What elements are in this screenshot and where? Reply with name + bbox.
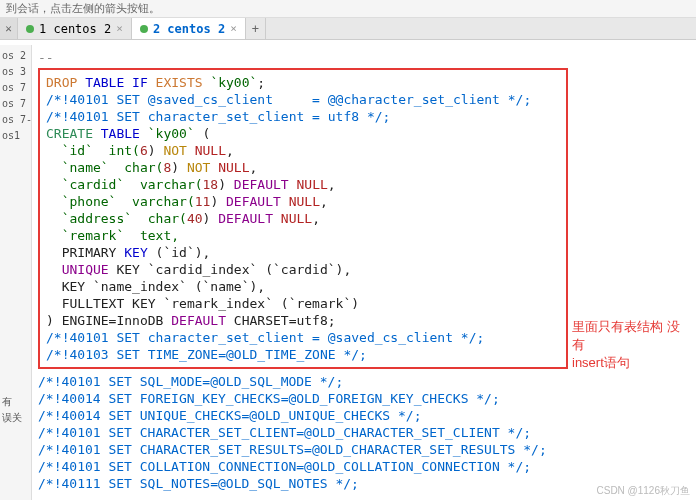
side-item[interactable]: os 7-5 bbox=[2, 112, 29, 128]
close-icon[interactable]: × bbox=[230, 22, 237, 35]
tab-bar: ✕ 1 centos 2 × 2 centos 2 × + bbox=[0, 18, 696, 40]
code-line: /*!40101 SET CHARACTER_SET_RESULTS=@OLD_… bbox=[38, 441, 690, 458]
code-line: DROP TABLE IF EXISTS `ky00`; bbox=[46, 74, 560, 91]
side-item[interactable]: os 7 4 bbox=[2, 96, 29, 112]
code-line: FULLTEXT KEY `remark_index` (`remark`) bbox=[46, 295, 560, 312]
tab-1[interactable]: 1 centos 2 × bbox=[18, 18, 132, 39]
side-item: 误关 bbox=[2, 410, 29, 426]
code-line: `cardid` varchar(18) DEFAULT NULL, bbox=[46, 176, 560, 193]
side-item: 有 bbox=[2, 394, 29, 410]
side-item[interactable]: os 2 bbox=[2, 48, 29, 64]
code-line: /*!40014 SET FOREIGN_KEY_CHECKS=@OLD_FOR… bbox=[38, 390, 690, 407]
code-line: ) ENGINE=InnoDB DEFAULT CHARSET=utf8; bbox=[46, 312, 560, 329]
highlighted-block: DROP TABLE IF EXISTS `ky00`; /*!40101 SE… bbox=[38, 68, 568, 369]
side-item[interactable]: os1 bbox=[2, 128, 29, 144]
sql-editor[interactable]: -- DROP TABLE IF EXISTS `ky00`; /*!40101… bbox=[32, 45, 696, 500]
tabs-close-button[interactable]: ✕ bbox=[0, 18, 18, 39]
watermark: CSDN @1126秋刀鱼 bbox=[596, 484, 690, 498]
side-item[interactable]: os 3 bbox=[2, 64, 29, 80]
code-line: UNIQUE KEY `cardid_index` (`cardid`), bbox=[46, 261, 560, 278]
code-line: /*!40101 SET SQL_MODE=@OLD_SQL_MODE */; bbox=[38, 373, 690, 390]
status-dot-icon bbox=[140, 25, 148, 33]
tab-2[interactable]: 2 centos 2 × bbox=[132, 18, 246, 39]
tab-label: 2 centos 2 bbox=[153, 22, 225, 36]
code-line: PRIMARY KEY (`id`), bbox=[46, 244, 560, 261]
code-line: /*!40014 SET UNIQUE_CHECKS=@OLD_UNIQUE_C… bbox=[38, 407, 690, 424]
code-line: /*!40101 SET character_set_client = utf8… bbox=[46, 108, 560, 125]
code-line: CREATE TABLE `ky00` ( bbox=[46, 125, 560, 142]
code-line: /*!40111 SET SQL_NOTES=@OLD_SQL_NOTES */… bbox=[38, 475, 690, 492]
status-dot-icon bbox=[26, 25, 34, 33]
code-line: `id` int(6) NOT NULL, bbox=[46, 142, 560, 159]
code-line: /*!40101 SET CHARACTER_SET_CLIENT=@OLD_C… bbox=[38, 424, 690, 441]
code-line: /*!40101 SET character_set_client = @sav… bbox=[46, 329, 560, 346]
code-line: /*!40101 SET COLLATION_CONNECTION=@OLD_C… bbox=[38, 458, 690, 475]
code-line: `phone` varchar(11) DEFAULT NULL, bbox=[46, 193, 560, 210]
hint-bar: 到会话，点击左侧的箭头按钮。 bbox=[0, 0, 696, 18]
code-line: `name` char(8) NOT NULL, bbox=[46, 159, 560, 176]
code-line: /*!40103 SET TIME_ZONE=@OLD_TIME_ZONE */… bbox=[46, 346, 560, 363]
new-tab-button[interactable]: + bbox=[246, 18, 266, 39]
tab-label: 1 centos 2 bbox=[39, 22, 111, 36]
annotation-text: 里面只有表结构 没有 insert语句 bbox=[572, 318, 682, 372]
code-line: /*!40101 SET @saved_cs_client = @@charac… bbox=[46, 91, 560, 108]
session-sidebar: os 2 os 3 os 7 11 os 7 4 os 7-5 os1 有 误关 bbox=[0, 45, 32, 500]
code-line: `remark` text, bbox=[46, 227, 560, 244]
code-line: `address` char(40) DEFAULT NULL, bbox=[46, 210, 560, 227]
code-line: -- bbox=[38, 49, 690, 66]
side-item[interactable]: os 7 11 bbox=[2, 80, 29, 96]
close-icon[interactable]: × bbox=[116, 22, 123, 35]
code-line: KEY `name_index` (`name`), bbox=[46, 278, 560, 295]
